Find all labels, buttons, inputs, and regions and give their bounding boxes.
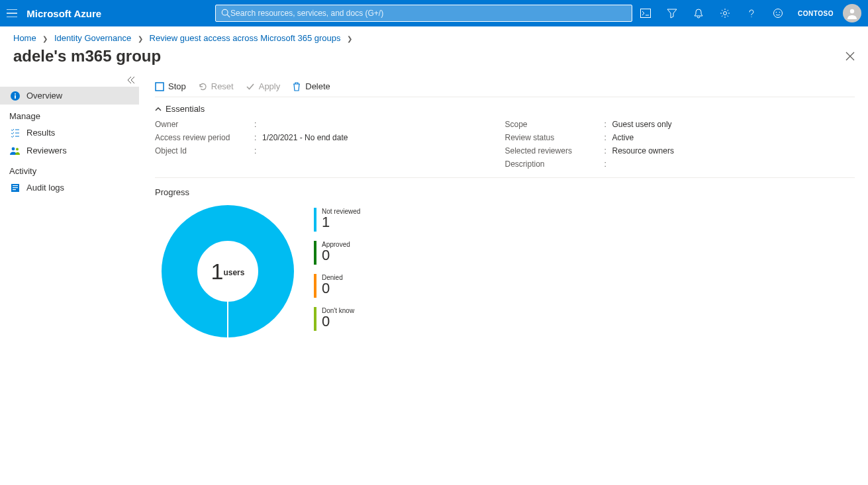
svg-point-5: [776, 12, 777, 13]
settings-button[interactable]: [712, 0, 738, 26]
legend-dont-know: Don't know0: [314, 307, 360, 331]
nav-section-manage: Manage: [0, 105, 139, 124]
collapse-nav-button[interactable]: [127, 76, 135, 84]
hamburger-icon: [7, 9, 17, 17]
owner-label: Owner: [155, 120, 254, 129]
notifications-button[interactable]: [685, 0, 712, 26]
legend-not-reviewed: Not reviewed1: [314, 208, 360, 232]
sidebar-item-results[interactable]: Results: [0, 124, 139, 142]
svg-rect-14: [13, 185, 18, 186]
sidebar-item-label: Reviewers: [26, 146, 67, 155]
person-icon: [845, 7, 859, 20]
page-title: adele's m365 group: [13, 47, 161, 66]
breadcrumb: Home ❯ Identity Governance ❯ Review gues…: [0, 26, 868, 46]
button-label: Delete: [305, 81, 330, 91]
sidebar-item-reviewers[interactable]: Reviewers: [0, 142, 139, 159]
svg-point-0: [222, 9, 228, 15]
legend-value: 0: [322, 281, 343, 296]
sidebar-item-label: Overview: [26, 91, 62, 101]
help-button[interactable]: [738, 0, 765, 26]
button-label: Reset: [211, 81, 234, 91]
chevron-right-icon: ❯: [347, 35, 352, 42]
svg-point-4: [774, 9, 783, 18]
feedback-button[interactable]: [765, 0, 791, 26]
svg-point-3: [724, 12, 727, 15]
tenant-label[interactable]: CONTOSO: [791, 10, 840, 17]
command-bar: Stop Reset Apply Delete: [155, 75, 855, 97]
stop-icon: [155, 82, 164, 91]
progress-legend: Not reviewed1 Approved0 Denied0 Don't kn…: [314, 205, 360, 331]
breadcrumb-review-guest-access[interactable]: Review guest access across Microsoft 365…: [150, 33, 341, 43]
search-icon: [221, 9, 230, 18]
essentials-label: Essentials: [166, 104, 205, 114]
svg-point-6: [779, 12, 781, 13]
legend-denied: Denied0: [314, 274, 360, 298]
breadcrumb-identity-governance[interactable]: Identity Governance: [54, 33, 131, 43]
legend-approved: Approved0: [314, 241, 360, 265]
donut-center: 1 users: [162, 205, 294, 337]
button-label: Apply: [259, 81, 281, 91]
svg-point-11: [12, 147, 15, 150]
essentials-toggle[interactable]: Essentials: [155, 97, 855, 118]
title-bar: adele's m365 group: [0, 46, 868, 75]
svg-rect-15: [13, 187, 18, 188]
delete-button[interactable]: Delete: [292, 81, 330, 91]
svg-point-12: [16, 148, 19, 150]
cloud-shell-icon: [640, 9, 651, 18]
sidebar-item-audit-logs[interactable]: Audit logs: [0, 179, 139, 197]
progress-panel: 1 users Not reviewed1 Approved0 Denied0: [155, 202, 855, 337]
hamburger-menu[interactable]: [0, 0, 24, 26]
directory-filter-button[interactable]: [659, 0, 685, 26]
reset-icon: [198, 82, 207, 91]
chevron-right-icon: ❯: [138, 35, 143, 42]
reviewers-label: Selected reviewers: [505, 146, 604, 155]
button-label: Stop: [168, 81, 186, 91]
close-blade-button[interactable]: [845, 52, 855, 61]
trash-icon: [292, 82, 301, 91]
legend-color-bar: [314, 241, 316, 265]
svg-point-10: [15, 93, 16, 95]
stop-button[interactable]: Stop: [155, 81, 186, 91]
help-icon: [746, 8, 757, 19]
progress-title: Progress: [155, 178, 855, 202]
brand-label[interactable]: Microsoft Azure: [24, 8, 109, 19]
sidebar-item-label: Results: [26, 128, 55, 138]
svg-rect-16: [13, 189, 16, 190]
essentials-panel: Owner: Access review period:1/20/2021 - …: [155, 118, 855, 178]
info-icon: [9, 91, 21, 101]
global-search[interactable]: [215, 5, 632, 22]
objectid-label: Object Id: [155, 146, 254, 155]
scope-value: Guest users only: [612, 120, 672, 129]
top-icons: CONTOSO: [632, 0, 868, 26]
feedback-icon: [773, 8, 783, 19]
people-icon: [9, 146, 21, 155]
reviewers-value: Resource owners: [612, 146, 674, 155]
close-icon: [845, 52, 855, 61]
checklist-icon: [9, 128, 21, 138]
chevron-right-icon: ❯: [42, 35, 48, 42]
reset-button: Reset: [198, 81, 234, 91]
donut-total: 1: [211, 259, 224, 285]
status-value: Active: [612, 133, 634, 142]
svg-rect-9: [15, 95, 16, 99]
content-area: Stop Reset Apply Delete Essentials Owner…: [139, 75, 868, 485]
filter-icon: [667, 8, 677, 19]
log-icon: [9, 183, 21, 193]
status-label: Review status: [505, 133, 604, 142]
cloud-shell-button[interactable]: [632, 0, 659, 26]
search-input[interactable]: [230, 9, 626, 18]
sidebar-item-label: Audit logs: [26, 183, 64, 193]
legend-value: 0: [322, 248, 350, 263]
check-icon: [246, 82, 255, 91]
sidebar-item-overview[interactable]: Overview: [0, 87, 139, 105]
breadcrumb-home[interactable]: Home: [13, 33, 36, 43]
chevron-up-icon: [155, 107, 162, 112]
description-label: Description: [505, 159, 604, 169]
donut-chart: 1 users: [162, 205, 294, 337]
svg-rect-17: [156, 83, 164, 91]
legend-color-bar: [314, 208, 316, 232]
legend-value: 0: [322, 314, 354, 329]
account-avatar[interactable]: [843, 4, 861, 22]
top-bar: Microsoft Azure CONTOSO: [0, 0, 868, 26]
apply-button: Apply: [246, 81, 281, 91]
